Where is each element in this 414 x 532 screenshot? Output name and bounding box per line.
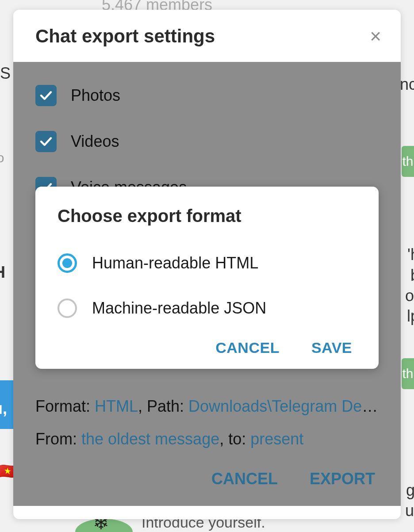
to-link[interactable]: present <box>250 430 303 448</box>
checkbox-checked-icon <box>35 131 57 152</box>
checkbox-label: Videos <box>71 132 119 151</box>
path-link[interactable]: Downloads\Telegram Des... <box>188 397 379 415</box>
inner-dialog-buttons: CANCEL SAVE <box>58 339 356 356</box>
radio-option-html[interactable]: Human-readable HTML <box>58 249 356 277</box>
bg-bubble: th <box>402 358 414 389</box>
from-mid: , to: <box>219 430 250 448</box>
format-mid: , Path: <box>138 397 188 415</box>
bg-text: b <box>410 266 414 285</box>
checkbox-checked-icon <box>35 85 57 106</box>
from-prefix: From: <box>35 430 81 448</box>
radio-unselected-icon <box>58 299 77 318</box>
bg-text: ı, <box>0 399 7 418</box>
cancel-button[interactable]: CANCEL <box>215 339 280 356</box>
checkbox-row-photos[interactable]: Photos <box>13 79 401 112</box>
inner-dialog-title: Choose export format <box>58 206 356 226</box>
radio-option-json[interactable]: Machine-readable JSON <box>58 294 356 322</box>
format-prefix: Format: <box>35 397 95 415</box>
checkbox-label: Photos <box>71 86 120 105</box>
bg-bubble: th <box>402 146 414 177</box>
cancel-button[interactable]: CANCEL <box>211 470 278 488</box>
radio-selected-icon <box>58 253 77 273</box>
save-button[interactable]: SAVE <box>311 339 352 356</box>
bg-text: oo <box>0 150 4 165</box>
bg-text: ur <box>405 501 414 520</box>
export-button[interactable]: EXPORT <box>310 470 375 488</box>
dialog-title: Chat export settings <box>35 26 215 47</box>
bg-text: lp <box>407 307 414 325</box>
settings-dialog-buttons: CANCEL EXPORT <box>211 470 375 488</box>
radio-label: Human-readable HTML <box>92 254 258 272</box>
format-link[interactable]: HTML <box>95 397 138 415</box>
checkbox-row-videos[interactable]: Videos <box>13 125 401 158</box>
bg-text: 'h <box>407 245 414 264</box>
bg-text: IН <box>0 263 5 282</box>
format-path-info: Format: HTML, Path: Downloads\Telegram D… <box>35 397 379 416</box>
bg-text: IS <box>0 64 11 83</box>
choose-export-format-dialog: Choose export format Human-readable HTML… <box>35 187 379 369</box>
close-icon[interactable]: × <box>370 27 381 46</box>
from-link[interactable]: the oldest message <box>81 430 219 448</box>
from-to-info: From: the oldest message, to: present <box>35 430 379 448</box>
dialog-body-dimmed: Photos Videos Voice messages Choose expo… <box>13 62 401 506</box>
chat-export-settings-dialog: Chat export settings × Photos Videos Voi… <box>13 10 401 519</box>
bg-text: g, <box>406 481 414 500</box>
bg-text: or <box>405 287 414 305</box>
radio-label: Machine-readable JSON <box>92 299 266 318</box>
bg-text: nc <box>400 75 414 94</box>
dialog-header: Chat export settings × <box>13 10 401 62</box>
